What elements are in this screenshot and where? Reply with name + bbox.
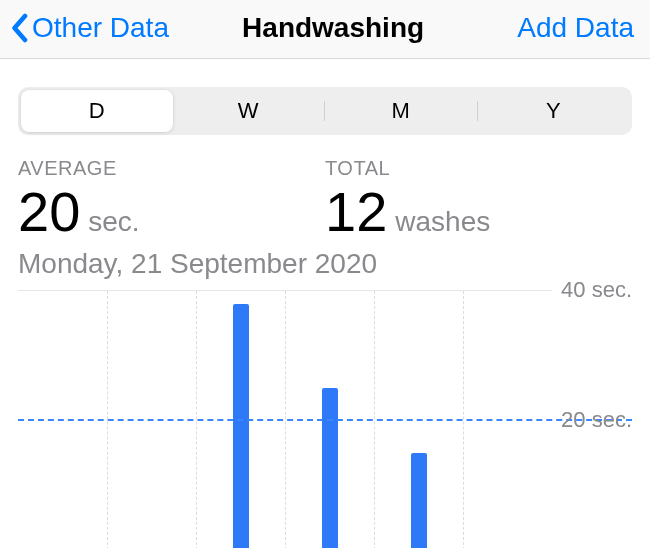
chart: 40 sec.20 sec. — [18, 290, 632, 548]
stat-total-value: 12 washes — [325, 184, 632, 240]
page-title: Handwashing — [149, 12, 517, 44]
stat-average-unit: sec. — [88, 206, 139, 238]
chart-bar — [233, 304, 249, 548]
stats-row: AVERAGE 20 sec. TOTAL 12 washes — [18, 157, 632, 240]
chart-plot-area — [18, 290, 552, 548]
back-button[interactable]: Other Data — [10, 12, 169, 44]
stat-average-label: AVERAGE — [18, 157, 325, 180]
stat-total: TOTAL 12 washes — [325, 157, 632, 240]
date-label: Monday, 21 September 2020 — [18, 248, 632, 280]
stat-average-value: 20 sec. — [18, 184, 325, 240]
chart-bar — [322, 388, 338, 548]
time-range-segmented-control: DWMY — [18, 87, 632, 135]
stat-total-label: TOTAL — [325, 157, 632, 180]
chart-y-tick-label: 40 sec. — [561, 277, 632, 303]
chevron-left-icon — [10, 13, 28, 43]
segment-y[interactable]: Y — [478, 90, 630, 132]
stat-average-number: 20 — [18, 184, 80, 240]
stat-total-number: 12 — [325, 184, 387, 240]
chart-bar — [411, 453, 427, 548]
stat-total-unit: washes — [395, 206, 490, 238]
stat-average: AVERAGE 20 sec. — [18, 157, 325, 240]
chart-reference-line — [18, 419, 632, 421]
add-data-button[interactable]: Add Data — [517, 12, 634, 44]
content: DWMY AVERAGE 20 sec. TOTAL 12 washes Mon… — [0, 87, 650, 548]
segment-w[interactable]: W — [173, 90, 325, 132]
segment-m[interactable]: M — [325, 90, 477, 132]
chart-y-tick-label: 20 sec. — [561, 407, 632, 433]
navbar: Other Data Handwashing Add Data — [0, 0, 650, 59]
segment-d[interactable]: D — [21, 90, 173, 132]
